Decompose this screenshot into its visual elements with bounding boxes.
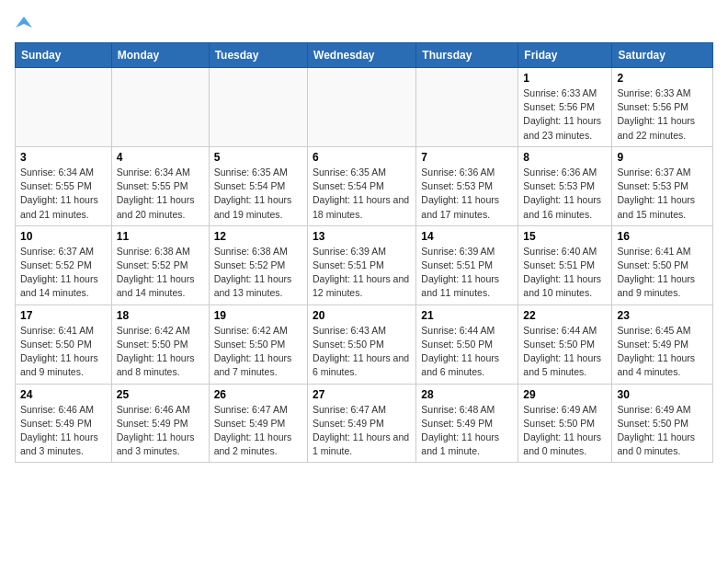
calendar-cell: 20Sunrise: 6:43 AM Sunset: 5:50 PM Dayli… <box>308 304 416 384</box>
calendar-header-row: SundayMondayTuesdayWednesdayThursdayFrid… <box>16 43 713 68</box>
day-header-wednesday: Wednesday <box>308 43 416 68</box>
day-info: Sunrise: 6:42 AM Sunset: 5:50 PM Dayligh… <box>214 324 302 380</box>
calendar-cell: 2Sunrise: 6:33 AM Sunset: 5:56 PM Daylig… <box>612 68 713 147</box>
day-info: Sunrise: 6:35 AM Sunset: 5:54 PM Dayligh… <box>313 166 411 222</box>
day-info: Sunrise: 6:38 AM Sunset: 5:52 PM Dayligh… <box>117 245 204 301</box>
day-info: Sunrise: 6:44 AM Sunset: 5:50 PM Dayligh… <box>523 324 607 380</box>
calendar-cell: 16Sunrise: 6:41 AM Sunset: 5:50 PM Dayli… <box>612 225 713 304</box>
day-number: 14 <box>421 230 513 243</box>
day-header-sunday: Sunday <box>16 43 112 68</box>
calendar-cell <box>308 68 416 147</box>
calendar-cell: 26Sunrise: 6:47 AM Sunset: 5:49 PM Dayli… <box>209 384 307 463</box>
calendar-cell: 24Sunrise: 6:46 AM Sunset: 5:49 PM Dayli… <box>16 384 112 463</box>
calendar-cell: 22Sunrise: 6:44 AM Sunset: 5:50 PM Dayli… <box>518 304 612 384</box>
day-number: 5 <box>214 151 302 164</box>
page-header <box>15 15 713 31</box>
calendar-cell: 15Sunrise: 6:40 AM Sunset: 5:51 PM Dayli… <box>518 225 612 304</box>
calendar-cell: 29Sunrise: 6:49 AM Sunset: 5:50 PM Dayli… <box>518 384 612 463</box>
calendar-week-2: 3Sunrise: 6:34 AM Sunset: 5:55 PM Daylig… <box>16 146 713 225</box>
day-number: 25 <box>117 388 204 401</box>
day-info: Sunrise: 6:41 AM Sunset: 5:50 PM Dayligh… <box>20 324 107 380</box>
calendar-cell: 18Sunrise: 6:42 AM Sunset: 5:50 PM Dayli… <box>111 304 209 384</box>
calendar-cell <box>209 68 307 147</box>
day-info: Sunrise: 6:34 AM Sunset: 5:55 PM Dayligh… <box>20 166 107 222</box>
day-info: Sunrise: 6:49 AM Sunset: 5:50 PM Dayligh… <box>617 403 708 459</box>
calendar-cell: 9Sunrise: 6:37 AM Sunset: 5:53 PM Daylig… <box>612 146 713 225</box>
day-number: 21 <box>421 309 513 322</box>
day-info: Sunrise: 6:45 AM Sunset: 5:49 PM Dayligh… <box>617 324 708 380</box>
calendar-cell: 28Sunrise: 6:48 AM Sunset: 5:49 PM Dayli… <box>416 384 518 463</box>
calendar-cell: 11Sunrise: 6:38 AM Sunset: 5:52 PM Dayli… <box>111 225 209 304</box>
day-number: 2 <box>617 72 708 85</box>
day-number: 16 <box>617 230 708 243</box>
day-number: 6 <box>313 151 411 164</box>
calendar-cell <box>416 68 518 147</box>
calendar-table: SundayMondayTuesdayWednesdayThursdayFrid… <box>15 42 713 463</box>
svg-marker-0 <box>16 17 32 28</box>
day-number: 10 <box>20 230 107 243</box>
calendar-cell: 21Sunrise: 6:44 AM Sunset: 5:50 PM Dayli… <box>416 304 518 384</box>
day-number: 22 <box>523 309 607 322</box>
day-number: 1 <box>523 72 607 85</box>
day-info: Sunrise: 6:47 AM Sunset: 5:49 PM Dayligh… <box>214 403 302 459</box>
day-info: Sunrise: 6:40 AM Sunset: 5:51 PM Dayligh… <box>523 245 607 301</box>
day-info: Sunrise: 6:48 AM Sunset: 5:49 PM Dayligh… <box>421 403 513 459</box>
day-info: Sunrise: 6:46 AM Sunset: 5:49 PM Dayligh… <box>117 403 204 459</box>
day-number: 29 <box>523 388 607 401</box>
calendar-cell: 23Sunrise: 6:45 AM Sunset: 5:49 PM Dayli… <box>612 304 713 384</box>
day-info: Sunrise: 6:33 AM Sunset: 5:56 PM Dayligh… <box>523 86 607 143</box>
calendar-cell: 1Sunrise: 6:33 AM Sunset: 5:56 PM Daylig… <box>518 68 612 147</box>
calendar-cell: 17Sunrise: 6:41 AM Sunset: 5:50 PM Dayli… <box>16 304 112 384</box>
calendar-cell: 4Sunrise: 6:34 AM Sunset: 5:55 PM Daylig… <box>111 146 209 225</box>
day-number: 27 <box>313 388 411 401</box>
day-number: 11 <box>117 230 204 243</box>
calendar-cell: 27Sunrise: 6:47 AM Sunset: 5:49 PM Dayli… <box>308 384 416 463</box>
day-header-monday: Monday <box>111 43 209 68</box>
day-header-thursday: Thursday <box>416 43 518 68</box>
calendar-cell <box>16 68 112 147</box>
day-number: 13 <box>313 230 411 243</box>
day-info: Sunrise: 6:47 AM Sunset: 5:49 PM Dayligh… <box>313 403 411 459</box>
day-number: 9 <box>617 151 708 164</box>
day-header-saturday: Saturday <box>612 43 713 68</box>
calendar-cell <box>111 68 209 147</box>
day-info: Sunrise: 6:36 AM Sunset: 5:53 PM Dayligh… <box>523 166 607 222</box>
calendar-cell: 5Sunrise: 6:35 AM Sunset: 5:54 PM Daylig… <box>209 146 307 225</box>
day-info: Sunrise: 6:44 AM Sunset: 5:50 PM Dayligh… <box>421 324 513 380</box>
day-info: Sunrise: 6:39 AM Sunset: 5:51 PM Dayligh… <box>421 245 513 301</box>
calendar-cell: 10Sunrise: 6:37 AM Sunset: 5:52 PM Dayli… <box>16 225 112 304</box>
day-number: 4 <box>117 151 204 164</box>
day-info: Sunrise: 6:38 AM Sunset: 5:52 PM Dayligh… <box>214 245 302 301</box>
day-info: Sunrise: 6:37 AM Sunset: 5:53 PM Dayligh… <box>617 166 708 222</box>
calendar-cell: 3Sunrise: 6:34 AM Sunset: 5:55 PM Daylig… <box>16 146 112 225</box>
day-header-friday: Friday <box>518 43 612 68</box>
day-number: 30 <box>617 388 708 401</box>
day-number: 17 <box>20 309 107 322</box>
day-info: Sunrise: 6:37 AM Sunset: 5:52 PM Dayligh… <box>20 245 107 301</box>
day-info: Sunrise: 6:43 AM Sunset: 5:50 PM Dayligh… <box>313 324 411 380</box>
day-number: 7 <box>421 151 513 164</box>
day-info: Sunrise: 6:34 AM Sunset: 5:55 PM Dayligh… <box>117 166 204 222</box>
day-number: 8 <box>523 151 607 164</box>
day-number: 15 <box>523 230 607 243</box>
day-info: Sunrise: 6:49 AM Sunset: 5:50 PM Dayligh… <box>523 403 607 459</box>
calendar-cell: 7Sunrise: 6:36 AM Sunset: 5:53 PM Daylig… <box>416 146 518 225</box>
day-info: Sunrise: 6:36 AM Sunset: 5:53 PM Dayligh… <box>421 166 513 222</box>
calendar-cell: 8Sunrise: 6:36 AM Sunset: 5:53 PM Daylig… <box>518 146 612 225</box>
day-info: Sunrise: 6:33 AM Sunset: 5:56 PM Dayligh… <box>617 86 708 143</box>
calendar-week-5: 24Sunrise: 6:46 AM Sunset: 5:49 PM Dayli… <box>16 384 713 463</box>
calendar-cell: 25Sunrise: 6:46 AM Sunset: 5:49 PM Dayli… <box>111 384 209 463</box>
day-number: 18 <box>117 309 204 322</box>
calendar-cell: 13Sunrise: 6:39 AM Sunset: 5:51 PM Dayli… <box>308 225 416 304</box>
calendar-week-3: 10Sunrise: 6:37 AM Sunset: 5:52 PM Dayli… <box>16 225 713 304</box>
day-info: Sunrise: 6:39 AM Sunset: 5:51 PM Dayligh… <box>313 245 411 301</box>
calendar-week-1: 1Sunrise: 6:33 AM Sunset: 5:56 PM Daylig… <box>16 68 713 147</box>
day-header-tuesday: Tuesday <box>209 43 307 68</box>
day-info: Sunrise: 6:46 AM Sunset: 5:49 PM Dayligh… <box>20 403 107 459</box>
day-number: 28 <box>421 388 513 401</box>
day-number: 3 <box>20 151 107 164</box>
day-number: 24 <box>20 388 107 401</box>
day-info: Sunrise: 6:41 AM Sunset: 5:50 PM Dayligh… <box>617 245 708 301</box>
logo-bird-icon <box>16 15 32 31</box>
day-number: 26 <box>214 388 302 401</box>
